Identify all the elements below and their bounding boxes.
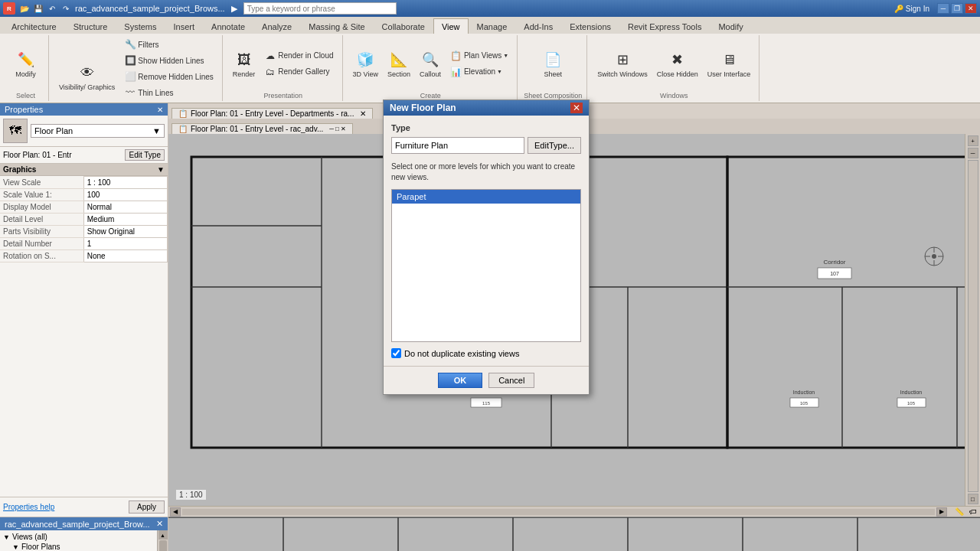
modal-type-dropdown[interactable]: Furniture Plan [391,137,524,154]
modal-instruction: Select one or more levels for which you … [391,161,581,183]
modal-levels-list[interactable]: Parapet [391,189,581,342]
modal-title: New Floor Plan [390,103,456,113]
modal-overlay: New Floor Plan ✕ Type Furniture Plan Edi… [0,0,980,551]
modal-ok-btn[interactable]: OK [438,373,483,388]
modal-type-row: Furniture Plan EditType... [391,137,581,154]
modal-close-btn[interactable]: ✕ [570,103,583,113]
modal-list-item-parapet[interactable]: Parapet [392,190,580,204]
modal-body: Type Furniture Plan EditType... Select o… [384,116,589,366]
no-duplicate-checkbox[interactable] [391,348,401,358]
modal-checkbox-row: Do not duplicate existing views [391,348,581,358]
modal-title-bar: New Floor Plan ✕ [384,100,589,116]
modal-type-label: Type [391,123,581,132]
modal-cancel-btn[interactable]: Cancel [488,373,534,388]
modal-edit-type-btn[interactable]: EditType... [528,137,581,154]
modal-footer: OK Cancel [384,366,589,394]
new-floor-plan-dialog: New Floor Plan ✕ Type Furniture Plan Edi… [383,99,590,395]
no-duplicate-label: Do not duplicate existing views [404,349,519,358]
